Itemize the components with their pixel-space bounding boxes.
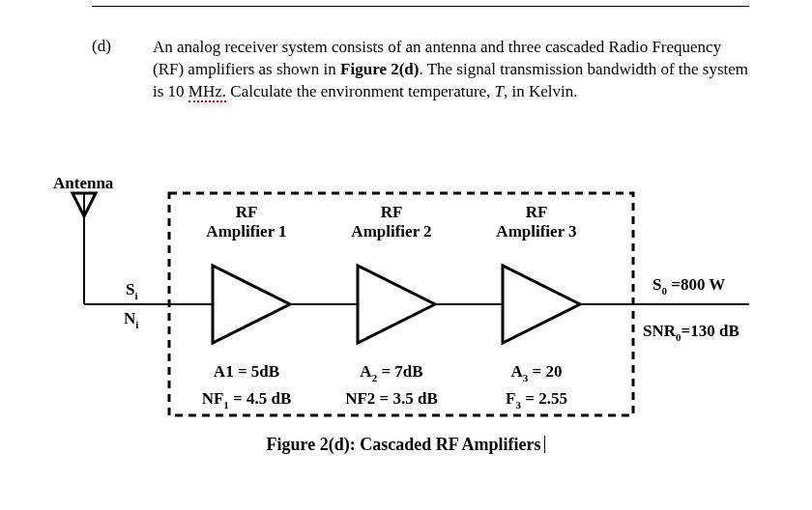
qt-T: T — [495, 82, 504, 100]
qt-p4: , in Kelvin. — [504, 82, 578, 100]
svg-text:Amplifier 2: Amplifier 2 — [351, 222, 431, 241]
amp2: RF Amplifier 2 A2 = 7dB NF2 = 3.5 dB — [345, 203, 503, 408]
amp1: RF Amplifier 1 A1 = 5dB NF1 = 4.5 dB — [202, 203, 358, 411]
top-rule — [92, 6, 749, 7]
so-label: S0 =800 W — [652, 275, 725, 297]
amp3: RF Amplifier 3 A3 = 20 F3 = 2.55 — [496, 203, 749, 411]
diagram-svg: Si Ni RF Amplifier 1 A1 = 5dB NF1 = 4.5 … — [53, 174, 759, 425]
figure-caption: Figure 2(d): Cascaded RF Amplifiers — [53, 435, 759, 455]
svg-text:RF: RF — [526, 203, 548, 221]
amp3-triangle-icon — [503, 266, 580, 343]
question-label: (d) — [92, 37, 153, 103]
amp3-gain: A3 = 20 — [511, 362, 563, 383]
svg-text:RF: RF — [381, 203, 403, 221]
snro-label: SNR0=130 dB — [643, 322, 740, 343]
ni-label: Ni — [124, 309, 138, 330]
amp3-nf: F3 = 2.55 — [506, 389, 567, 411]
qt-p3: Calculate the environment temperature, — [226, 82, 495, 100]
svg-text:RF: RF — [236, 203, 258, 221]
text-cursor-icon — [544, 436, 545, 453]
question-text: An analog receiver system consists of an… — [153, 37, 749, 103]
svg-text:Amplifier 1: Amplifier 1 — [206, 222, 286, 241]
figure-2d: Antenna Si Ni RF Amplifier 1 A1 = 5dB — [53, 174, 759, 425]
qt-mhz: MHz. — [188, 82, 226, 102]
antenna-label: Antenna — [53, 174, 113, 193]
antenna-icon — [72, 193, 213, 304]
amp1-gain: A1 = 5dB — [214, 362, 279, 381]
amp2-nf: NF2 = 3.5 dB — [345, 389, 438, 408]
amp2-gain: A2 = 7dB — [360, 362, 422, 383]
question-row: (d) An analog receiver system consists o… — [92, 37, 749, 103]
amp1-triangle-icon — [213, 266, 290, 343]
qt-figref: Figure 2(d) — [340, 60, 419, 78]
si-label: Si — [126, 280, 138, 301]
svg-text:Amplifier 3: Amplifier 3 — [496, 222, 576, 241]
amp2-triangle-icon — [358, 266, 435, 343]
amp1-nf: NF1 = 4.5 dB — [202, 389, 292, 411]
